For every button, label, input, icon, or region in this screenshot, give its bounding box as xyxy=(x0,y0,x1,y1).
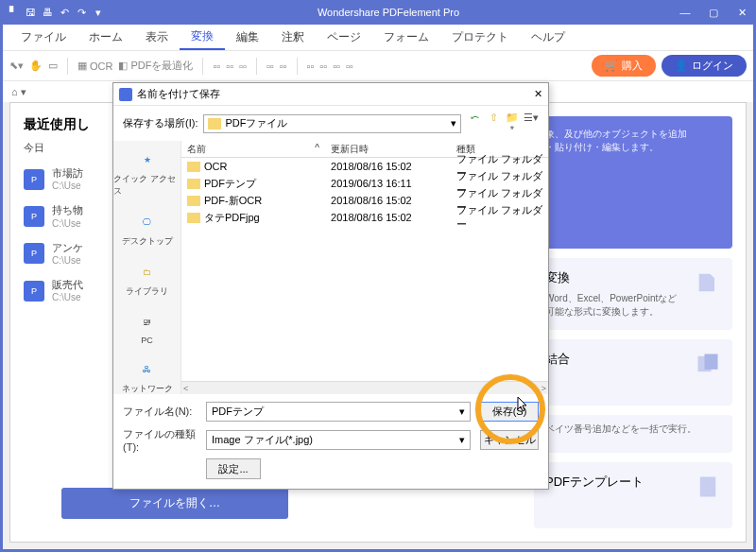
filename-input[interactable]: PDFテンプ▾ xyxy=(206,402,471,422)
print-icon[interactable]: 🖶 xyxy=(40,7,55,18)
dialog-title: 名前を付けて保存 xyxy=(137,87,534,101)
login-button[interactable]: 👤 ログイン xyxy=(662,55,747,77)
col-date[interactable]: 更新日時 xyxy=(325,143,451,156)
toolbar: ⬉▾ ✋ ▭ ▦ OCR ◧ PDFを最適化 ▫▫ ▫▫ ▫▫ ▫▫ ▫▫ ▫▫… xyxy=(0,51,756,81)
buy-button[interactable]: 🛒 購入 xyxy=(592,55,656,77)
redo-icon[interactable]: ↷ xyxy=(74,7,89,19)
card-convert[interactable]: 変換 Word、Excel、PowerPointなど 可能な形式に変換します。 xyxy=(534,258,732,330)
filetype-select[interactable]: Image ファイル(*.jpg)▾ xyxy=(206,430,471,450)
template-icon xyxy=(695,474,721,500)
places-panel: ★クイック アクセス 🖵デスクトップ 🗀ライブラリ 🖳PC 🖧ネットワーク xyxy=(113,141,181,394)
conv-3[interactable]: ▫▫ xyxy=(239,60,247,72)
close-button[interactable]: ✕ xyxy=(728,7,756,19)
conv-6[interactable]: ▫▫ xyxy=(307,60,315,72)
open-file-button[interactable]: ファイルを開く… xyxy=(61,488,288,519)
col-name[interactable]: 名前 ^ xyxy=(181,143,325,156)
nav-newfolder-icon[interactable]: 📁* xyxy=(505,112,520,135)
card-edit[interactable]: 象、及び他のオブジェクトを追加 ・貼り付け・編集します。 xyxy=(534,116,732,249)
hand-tool[interactable]: ✋ xyxy=(29,60,43,72)
menu-form[interactable]: フォーム xyxy=(372,26,440,49)
conv-4[interactable]: ▫▫ xyxy=(266,60,274,72)
nav-back-icon[interactable]: ⤺ xyxy=(467,112,482,135)
place-network[interactable]: 🖧ネットワーク xyxy=(122,358,173,395)
location-select[interactable]: PDFファイル ▾ xyxy=(203,114,461,133)
menu-comment[interactable]: 注釈 xyxy=(270,26,316,49)
dropdown-icon[interactable]: ▾ xyxy=(91,7,106,19)
place-library[interactable]: 🗀ライブラリ xyxy=(126,261,168,298)
app-icon: ▘ xyxy=(6,7,21,19)
card-batch[interactable]: ベイツ番号追加などを一括で実行。 xyxy=(534,415,732,453)
menu-edit[interactable]: 編集 xyxy=(225,26,270,49)
conv-1[interactable]: ▫▫ xyxy=(213,60,220,72)
select-tool[interactable]: ⬉▾ xyxy=(9,60,24,72)
file-row[interactable]: タテPDFjpg2018/08/16 15:02ファイル フォルダー xyxy=(181,209,548,226)
menubar: ファイル ホーム 表示 変換 編集 注釈 ページ フォーム プロテクト ヘルプ xyxy=(0,25,756,51)
conv-7[interactable]: ▫▫ xyxy=(319,60,327,72)
h-scrollbar[interactable]: <> xyxy=(181,381,548,394)
save-as-dialog: 名前を付けて保存 ✕ 保存する場所(I): PDFファイル ▾ ⤺ ⇧ 📁* ☰… xyxy=(112,82,549,490)
menu-file[interactable]: ファイル xyxy=(9,26,77,49)
conv-5[interactable]: ▫▫ xyxy=(280,60,287,72)
app-title: Wondershare PDFelement Pro xyxy=(106,7,671,18)
dialog-icon xyxy=(119,88,132,101)
undo-icon[interactable]: ↶ xyxy=(57,7,72,19)
save-button[interactable]: 保存(S) xyxy=(480,402,539,422)
settings-button[interactable]: 設定... xyxy=(206,458,261,479)
menu-convert[interactable]: 変換 xyxy=(180,25,225,50)
place-pc[interactable]: 🖳PC xyxy=(133,311,162,345)
card-template[interactable]: PDFテンプレート xyxy=(534,462,732,528)
ocr-button[interactable]: ▦ OCR xyxy=(77,60,112,72)
place-desktop[interactable]: 🖵デスクトップ xyxy=(122,211,173,248)
convert-icon xyxy=(695,269,721,296)
minimize-button[interactable]: — xyxy=(671,7,699,19)
nav-up-icon[interactable]: ⇧ xyxy=(486,112,501,135)
combine-icon xyxy=(695,351,721,377)
menu-protect[interactable]: プロテクト xyxy=(440,26,520,49)
optimize-button[interactable]: ◧ PDFを最適化 xyxy=(118,59,193,73)
file-list: 名前 ^ 更新日時 種類 OCR2018/08/16 15:02ファイル フォル… xyxy=(181,141,548,394)
filetype-label: ファイルの種類(T): xyxy=(123,427,197,453)
menu-page[interactable]: ページ xyxy=(316,26,372,49)
menu-view[interactable]: 表示 xyxy=(134,26,180,49)
filename-label: ファイル名(N): xyxy=(123,405,197,419)
conv-8[interactable]: ▫▫ xyxy=(333,60,340,72)
zoom-tool[interactable]: ▭ xyxy=(48,60,58,72)
conv-9[interactable]: ▫▫ xyxy=(346,60,353,72)
location-label: 保存する場所(I): xyxy=(123,116,198,130)
conv-2[interactable]: ▫▫ xyxy=(226,60,233,72)
nav-view-icon[interactable]: ☰▾ xyxy=(524,112,539,135)
maximize-button[interactable]: ▢ xyxy=(699,7,728,19)
dialog-close-button[interactable]: ✕ xyxy=(534,88,542,100)
folder-icon xyxy=(208,118,221,129)
menu-help[interactable]: ヘルプ xyxy=(520,26,576,49)
place-quick[interactable]: ★クイック アクセス xyxy=(113,148,180,198)
home-icon[interactable]: ⌂ ▾ xyxy=(11,86,26,98)
save-icon[interactable]: 🖫 xyxy=(23,7,38,18)
card-combine[interactable]: 結合 xyxy=(534,339,732,405)
cancel-button[interactable]: キャンセル xyxy=(480,430,539,450)
titlebar: ▘ 🖫 🖶 ↶ ↷ ▾ Wondershare PDFelement Pro —… xyxy=(0,0,756,25)
svg-rect-1 xyxy=(705,354,718,370)
menu-home[interactable]: ホーム xyxy=(77,26,134,49)
